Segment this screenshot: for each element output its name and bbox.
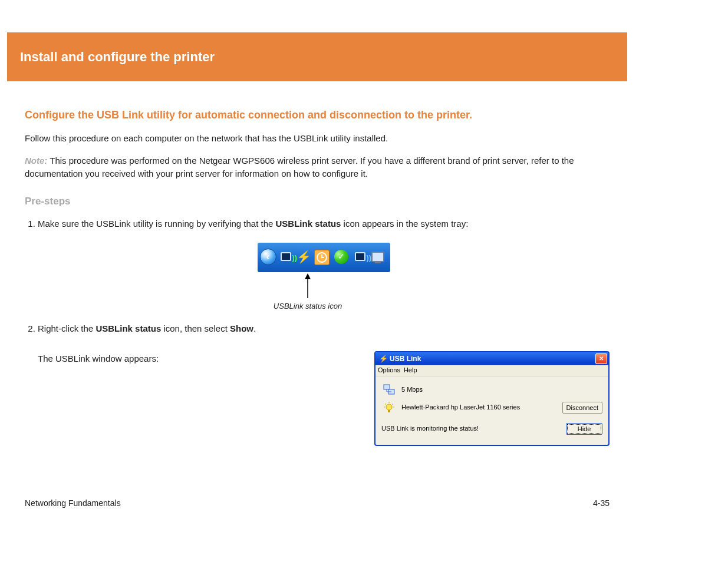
monitor-icon[interactable] <box>371 250 385 264</box>
arrow-up-icon <box>304 273 312 298</box>
disconnect-button[interactable]: Disconnect <box>562 402 602 414</box>
lightbulb-icon <box>381 401 397 415</box>
window-note: The USBLink window appears: <box>38 351 374 366</box>
system-tray: ‹ )) ⚡ ✓ )) <box>258 243 390 272</box>
section-heading: Configure the USB Link utility for autom… <box>25 107 610 123</box>
status-text: USB Link is monitoring the status! <box>381 424 479 434</box>
window-title: USB Link <box>390 353 421 364</box>
clock-icon[interactable] <box>314 250 330 265</box>
usblink-bolt-icon[interactable]: ⚡ <box>297 250 311 264</box>
step-2: Right-click the USBLink status icon, the… <box>38 322 610 446</box>
device-label: Hewlett-Packard hp LaserJet 1160 series <box>401 402 520 412</box>
network-speed-icon <box>381 383 397 397</box>
note-body: This procedure was performed on the Netg… <box>25 156 574 179</box>
footer-right: 4-35 <box>593 498 610 508</box>
check-icon[interactable]: ✓ <box>334 250 348 264</box>
usb-link-window: ⚡ USB Link ✕ Options Help <box>374 351 610 446</box>
tray-expand-icon[interactable]: ‹ <box>260 249 276 265</box>
close-button[interactable]: ✕ <box>595 353 607 364</box>
hide-button[interactable]: Hide <box>566 423 602 435</box>
menu-help[interactable]: Help <box>404 365 417 375</box>
note-label: Note: <box>25 156 47 166</box>
svg-marker-1 <box>305 273 311 279</box>
network-blue-icon[interactable]: )) <box>353 250 367 264</box>
step-1: Make sure the USBLink utility is running… <box>38 217 610 312</box>
arrow-indicator <box>6 273 610 298</box>
menu-options[interactable]: Options <box>378 365 400 375</box>
window-titlebar: ⚡ USB Link ✕ <box>375 352 608 365</box>
banner-title: Install and configure the printer <box>20 49 215 65</box>
svg-line-10 <box>392 404 393 405</box>
intro-paragraph: Follow this procedure on each computer o… <box>25 132 610 146</box>
svg-line-9 <box>385 404 386 405</box>
menu-bar: Options Help <box>375 365 608 376</box>
tray-caption: USBLink status icon <box>6 300 610 312</box>
network-green-icon[interactable]: )) <box>279 250 293 264</box>
title-bolt-icon: ⚡ <box>379 355 387 363</box>
footer-left: Networking Fundamentals <box>25 498 121 508</box>
speed-label: 5 Mbps <box>401 385 423 395</box>
svg-rect-2 <box>384 385 390 389</box>
banner: Install and configure the printer <box>7 32 627 81</box>
svg-point-6 <box>386 404 392 410</box>
svg-rect-7 <box>388 410 390 412</box>
intro-note: Note: This procedure was performed on th… <box>25 154 610 181</box>
page-footer: Networking Fundamentals 4-35 <box>7 490 627 516</box>
presteps-heading: Pre-steps <box>25 194 610 209</box>
